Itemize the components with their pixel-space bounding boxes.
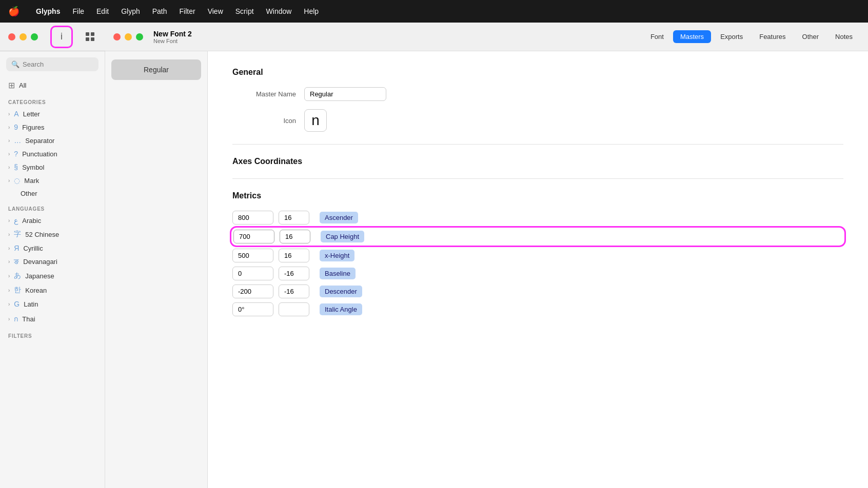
sidebar-item-mark[interactable]: › ◌ Mark <box>0 174 105 187</box>
panel-traffic-lights <box>113 33 143 40</box>
menu-app-name[interactable]: Glyphs <box>36 7 60 15</box>
font-panel-body: Regular General Master Name Icon n Axes … <box>105 51 868 488</box>
italic-angle-link-input[interactable] <box>279 302 309 316</box>
panel-minimize-button[interactable] <box>125 33 132 40</box>
icon-box[interactable]: n <box>304 109 327 132</box>
sidebar-item-chinese[interactable]: › 字 52 Chinese <box>0 227 105 241</box>
close-button[interactable] <box>8 33 15 40</box>
sidebar-item-cyrillic[interactable]: › Я Cyrillic <box>0 241 105 255</box>
metrics-row-italic-angle: Italic Angle <box>232 302 843 316</box>
descender-label-badge: Descender <box>320 286 362 297</box>
tab-notes[interactable]: Notes <box>828 30 860 43</box>
search-box[interactable]: 🔍 <box>6 57 98 71</box>
sidebar-item-japanese[interactable]: › あ Japanese <box>0 269 105 283</box>
chevron-right-icon: › <box>8 125 10 130</box>
cap-height-value-input[interactable] <box>233 230 274 243</box>
cyrillic-icon: Я <box>14 244 19 252</box>
menu-glyph[interactable]: Glyph <box>121 7 140 15</box>
sidebar-all-label: All <box>19 82 26 89</box>
tab-exports[interactable]: Exports <box>713 30 750 43</box>
japanese-icon: あ <box>14 271 21 280</box>
baseline-label-cell: Baseline <box>320 268 386 279</box>
languages-section-label: LANGUAGES <box>0 200 105 214</box>
menu-script[interactable]: Script <box>235 7 254 15</box>
panel-maximize-button[interactable] <box>136 33 143 40</box>
sidebar: 🔍 ⊞ All CATEGORIES › A Letter › 9 Figure… <box>0 51 105 488</box>
punctuation-icon: ? <box>14 150 18 158</box>
menu-path[interactable]: Path <box>152 7 167 15</box>
sidebar-item-all[interactable]: ⊞ All <box>0 77 105 93</box>
sidebar-item-devanagari[interactable]: › ङ Devanagari <box>0 255 105 269</box>
tab-other[interactable]: Other <box>795 30 826 43</box>
arabic-label: Arabic <box>22 217 41 225</box>
baseline-value-input[interactable] <box>232 267 273 280</box>
divider-2 <box>232 178 843 179</box>
descender-value-input[interactable] <box>232 284 273 298</box>
punctuation-label: Punctuation <box>22 150 57 158</box>
x-height-label-badge: x-Height <box>320 250 354 261</box>
menu-help[interactable]: Help <box>304 7 319 15</box>
all-grid-icon: ⊞ <box>8 80 15 90</box>
tab-masters[interactable]: Masters <box>673 30 711 43</box>
minimize-button[interactable] <box>19 33 27 40</box>
sidebar-item-arabic[interactable]: › ﻉ Arabic <box>0 214 105 227</box>
panel-close-button[interactable] <box>113 33 121 40</box>
info-button[interactable]: i <box>50 26 73 48</box>
chevron-right-icon: › <box>8 301 10 307</box>
thai-icon: ก <box>14 313 18 324</box>
search-input[interactable] <box>23 60 93 68</box>
font-panel-subtitle: New Font <box>153 38 192 44</box>
master-item-regular[interactable]: Regular <box>111 59 201 80</box>
font-panel-title: New Font 2 <box>153 30 192 38</box>
menu-bar: 🍎 Glyphs File Edit Glyph Path Filter Vie… <box>0 0 868 23</box>
master-name-input[interactable] <box>304 87 386 101</box>
maximize-button[interactable] <box>31 33 38 40</box>
sidebar-item-thai[interactable]: › ก Thai <box>0 311 105 327</box>
grid-icon <box>85 32 95 42</box>
x-height-value-input[interactable] <box>232 249 273 262</box>
panel-content: General Master Name Icon n Axes Coordina… <box>208 51 868 488</box>
sidebar-item-letter[interactable]: › A Letter <box>0 107 105 120</box>
menu-edit[interactable]: Edit <box>96 7 109 15</box>
menu-view[interactable]: View <box>208 7 223 15</box>
figures-icon: 9 <box>14 123 18 131</box>
menu-file[interactable]: File <box>72 7 84 15</box>
svg-rect-3 <box>91 37 94 41</box>
mark-icon: ◌ <box>14 176 20 185</box>
sidebar-item-figures[interactable]: › 9 Figures <box>0 120 105 134</box>
descender-link-input[interactable] <box>279 284 309 298</box>
metrics-row-x-height: x-Height <box>232 249 843 262</box>
arabic-icon: ﻉ <box>14 216 18 225</box>
font-panel-title-area: New Font 2 New Font <box>153 30 192 44</box>
general-section-title: General <box>232 68 843 77</box>
chevron-right-icon: › <box>8 138 10 144</box>
letter-icon: A <box>14 110 18 118</box>
baseline-link-input[interactable] <box>279 267 309 280</box>
cap-height-link-cell <box>280 230 321 243</box>
apple-logo-icon: 🍎 <box>8 6 19 17</box>
italic-angle-value-cell <box>232 302 279 316</box>
chevron-right-icon: › <box>8 288 10 293</box>
search-icon: 🔍 <box>11 60 19 68</box>
tab-font[interactable]: Font <box>643 30 671 43</box>
grid-view-button[interactable] <box>81 28 100 46</box>
italic-angle-value-input[interactable] <box>232 302 273 316</box>
sidebar-item-punctuation[interactable]: › ? Punctuation <box>0 147 105 160</box>
sidebar-item-latin[interactable]: › G Latin <box>0 297 105 311</box>
menu-filter[interactable]: Filter <box>180 7 195 15</box>
ascender-value-input[interactable] <box>232 211 273 225</box>
ascender-link-cell <box>279 211 320 225</box>
sidebar-item-separator[interactable]: › … Separator <box>0 134 105 147</box>
tab-features[interactable]: Features <box>752 30 793 43</box>
menu-window[interactable]: Window <box>266 7 292 15</box>
x-height-link-input[interactable] <box>279 249 309 262</box>
sidebar-item-other[interactable]: Other <box>0 187 105 200</box>
sidebar-item-korean[interactable]: › 한 Korean <box>0 283 105 297</box>
other-label: Other <box>21 190 37 197</box>
panel-tabs: Font Masters Exports Features Other Note… <box>643 30 860 43</box>
sidebar-item-symbol[interactable]: › § Symbol <box>0 160 105 174</box>
symbol-icon: § <box>14 163 18 171</box>
cap-height-label-badge: Cap Height <box>321 231 364 242</box>
cap-height-link-input[interactable] <box>280 230 310 243</box>
ascender-link-input[interactable] <box>279 211 309 225</box>
